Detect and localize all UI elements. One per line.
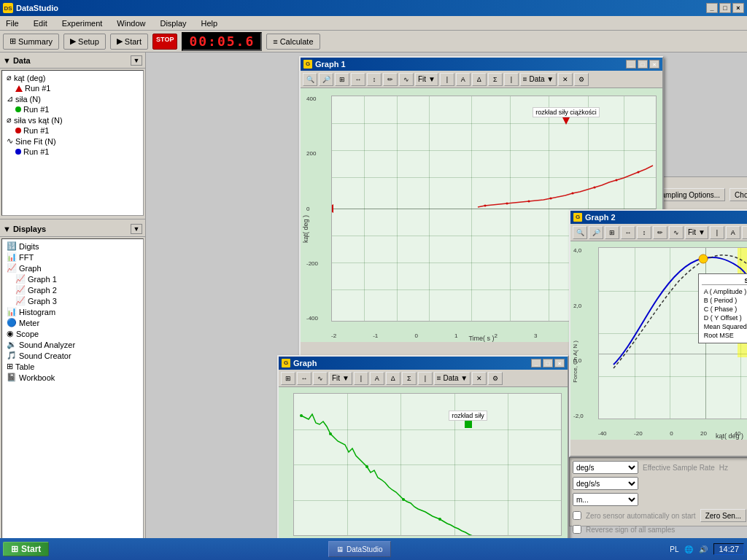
g1-zoom-box[interactable]: ⊞ [335, 73, 349, 86]
display-sound-creator[interactable]: 🎵 Sound Creator [4, 350, 142, 361]
display-workbook[interactable]: 📓 Workbook [4, 372, 142, 383]
display-histogram[interactable]: 📊 Histogram [4, 306, 142, 317]
meter-icon: 🔵 [7, 318, 17, 327]
zero-sensor-checkbox[interactable] [573, 511, 581, 520]
data-run-kat[interactable]: Run #1 [4, 83, 142, 93]
g3-sigma[interactable]: Σ [402, 372, 417, 385]
sidebar-divider [0, 219, 145, 219]
start-button[interactable]: ⊞ Start [3, 542, 49, 556]
graph3-minimize[interactable]: _ [531, 359, 541, 368]
display-graph2[interactable]: 📈 Graph 2 [4, 284, 142, 295]
g3-data[interactable]: ≡ Data ▼ [434, 372, 471, 385]
summary-icon: ⊞ [9, 36, 16, 46]
data-item-sila-kat[interactable]: ⌀ siła vs kąt (N) [4, 114, 142, 125]
taskbar-datastudio[interactable]: 🖥 DataStudio [328, 541, 390, 557]
graph3-close[interactable]: × [554, 359, 565, 368]
data-run-sila[interactable]: Run #1 [4, 104, 142, 114]
data-panel-menu[interactable]: ▼ [131, 55, 142, 66]
minimize-button[interactable]: _ [706, 3, 718, 13]
g3-settings[interactable]: ⚙ [488, 372, 503, 385]
display-sound-analyzer[interactable]: 🔉 Sound Analyzer [4, 339, 142, 350]
menu-file[interactable]: File [3, 18, 22, 28]
g1-delta[interactable]: Δ [472, 73, 487, 86]
g1-scroll[interactable]: ↔ [351, 73, 365, 86]
display-graph1[interactable]: 📈 Graph 1 [4, 273, 142, 284]
g1-zoom-in[interactable]: 🔍 [303, 73, 317, 86]
reverse-sign-checkbox[interactable] [573, 525, 581, 534]
display-fft[interactable]: 📊 FFT [4, 252, 142, 262]
graph1-x-label: Time( s ) [468, 335, 494, 342]
display-scope[interactable]: ◉ Scope [4, 328, 142, 339]
displays-panel-menu[interactable]: ▼ [131, 224, 142, 234]
graph1-title-bar[interactable]: G Graph 1 _ □ × [301, 58, 662, 71]
g1-data[interactable]: ≡ Data ▼ [520, 73, 557, 86]
g3-text[interactable]: A [370, 372, 384, 385]
g3-delete[interactable]: ✕ [472, 372, 487, 385]
display-meter[interactable]: 🔵 Meter [4, 317, 142, 328]
graph2-title: Graph 2 [585, 213, 616, 222]
sensor-unit-select-1[interactable]: deg/s rad/s [573, 461, 638, 474]
menu-edit[interactable]: Edit [31, 18, 50, 28]
data-dropdown[interactable]: ▼ Data [3, 56, 31, 65]
data-run-sine-fit[interactable]: Run #1 [4, 147, 142, 157]
g3-fit[interactable]: Fit ▼ [329, 372, 352, 385]
display-graph[interactable]: 📈 Graph [4, 262, 142, 273]
graph3-maximize[interactable]: □ [543, 359, 553, 368]
summary-button[interactable]: ⊞ Summary [3, 34, 59, 50]
g2-text[interactable]: A [726, 226, 740, 239]
data-item-kat[interactable]: ⌀ kąt (deg) [4, 72, 142, 83]
table-icon: ⊞ [7, 362, 13, 371]
g2-delta[interactable]: Δ [742, 226, 747, 239]
reverse-sign-label: Reverse sign of all samples [586, 526, 675, 534]
g2-zoom-box[interactable]: ⊞ [605, 226, 619, 239]
menu-display[interactable]: Display [157, 18, 189, 28]
data-item-sila[interactable]: ⊿ siła (N) [4, 93, 142, 104]
graph1-title: Graph 1 [315, 60, 346, 69]
g2-pencil[interactable]: ✏ [653, 226, 667, 239]
sensor-unit-select-3[interactable]: m... [573, 493, 638, 506]
menu-window[interactable]: Window [114, 18, 148, 28]
sine-fit-row-c: C ( Phase ) -399, ± 5 [702, 305, 747, 314]
data-item-sine-fit[interactable]: ∿ Sine Fit (N) [4, 136, 142, 147]
data-run-sila-kat[interactable]: Run #1 [4, 125, 142, 136]
zero-sensor-button[interactable]: Zero Sen... [700, 509, 746, 522]
calculate-button[interactable]: ≡ Calculate [266, 34, 320, 50]
g2-curve[interactable]: ∿ [669, 226, 684, 239]
g3-btn1[interactable]: ⊞ [281, 372, 295, 385]
graph1-close[interactable]: × [649, 60, 659, 69]
start-button[interactable]: ▶ Start [110, 34, 148, 50]
g3-btn3[interactable]: ∿ [313, 372, 328, 385]
g1-fit[interactable]: Fit ▼ [415, 73, 438, 86]
g1-scale[interactable]: ↕ [367, 73, 382, 86]
g3-btn2[interactable]: ↔ [297, 372, 311, 385]
menu-experiment[interactable]: Experiment [59, 18, 106, 28]
g3-delta[interactable]: Δ [386, 372, 400, 385]
displays-dropdown[interactable]: ▼ Displays [3, 225, 46, 233]
g1-curve[interactable]: ∿ [399, 73, 414, 86]
digits-icon: 🔢 [7, 241, 17, 251]
display-digits[interactable]: 🔢 Digits [4, 241, 142, 252]
graph1-minimize[interactable]: _ [626, 60, 636, 69]
graph1-maximize[interactable]: □ [638, 60, 648, 69]
maximize-button[interactable]: □ [719, 3, 731, 13]
g2-zoom-out[interactable]: 🔎 [589, 226, 603, 239]
close-button[interactable]: × [732, 3, 744, 13]
graph3-title-bar[interactable]: G Graph _ □ × [279, 357, 568, 370]
choose-interface-button[interactable]: Choose Interface... [729, 188, 747, 201]
g2-zoom-in[interactable]: 🔍 [573, 226, 587, 239]
g2-scroll[interactable]: ↔ [621, 226, 635, 239]
display-table[interactable]: ⊞ Table [4, 361, 142, 372]
g1-zoom-out[interactable]: 🔎 [319, 73, 333, 86]
display-graph3[interactable]: 📈 Graph 3 [4, 295, 142, 306]
g1-pencil[interactable]: ✏ [383, 73, 398, 86]
g1-delete[interactable]: ✕ [558, 73, 573, 86]
g1-sigma[interactable]: Σ [488, 73, 503, 86]
setup-button[interactable]: ▶ Setup [63, 34, 106, 50]
graph2-title-bar[interactable]: G Graph 2 _ □ × [570, 211, 747, 224]
menu-help[interactable]: Help [198, 18, 221, 28]
g2-scale[interactable]: ↕ [637, 226, 651, 239]
g1-text[interactable]: A [456, 73, 471, 86]
sensor-unit-select-2[interactable]: deg/s/s [573, 477, 638, 490]
g2-fit[interactable]: Fit ▼ [685, 226, 708, 239]
g1-settings[interactable]: ⚙ [574, 73, 589, 86]
